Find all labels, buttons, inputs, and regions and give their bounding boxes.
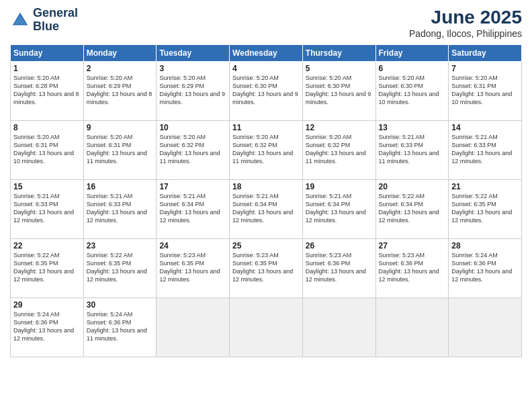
day-number: 24 xyxy=(159,241,226,250)
day-number: 29 xyxy=(13,300,81,310)
day-info: Sunrise: 5:21 AM Sunset: 6:34 PM Dayligh… xyxy=(306,192,373,225)
day-info: Sunrise: 5:22 AM Sunset: 6:35 PM Dayligh… xyxy=(13,251,81,284)
day-number: 7 xyxy=(451,64,519,73)
calendar-cell: 14 Sunrise: 5:21 AM Sunset: 6:33 PM Dayl… xyxy=(449,121,522,180)
day-number: 30 xyxy=(87,300,154,310)
day-info: Sunrise: 5:23 AM Sunset: 6:35 PM Dayligh… xyxy=(232,251,300,284)
day-info: Sunrise: 5:21 AM Sunset: 6:33 PM Dayligh… xyxy=(379,133,446,166)
day-number: 14 xyxy=(451,123,519,132)
day-of-week-row: SundayMondayTuesdayWednesdayThursdayFrid… xyxy=(11,45,522,62)
calendar-cell: 10 Sunrise: 5:20 AM Sunset: 6:32 PM Dayl… xyxy=(157,121,230,180)
calendar-cell: 23 Sunrise: 5:22 AM Sunset: 6:35 PM Dayl… xyxy=(83,239,157,298)
calendar-cell: 1 Sunrise: 5:20 AM Sunset: 6:28 PM Dayli… xyxy=(11,62,84,121)
day-number: 13 xyxy=(379,123,446,132)
dow-header: Wednesday xyxy=(230,45,303,62)
calendar-cell: 26 Sunrise: 5:23 AM Sunset: 6:36 PM Dayl… xyxy=(302,239,375,298)
calendar-cell: 4 Sunrise: 5:20 AM Sunset: 6:30 PM Dayli… xyxy=(230,62,303,121)
calendar-cell: 6 Sunrise: 5:20 AM Sunset: 6:30 PM Dayli… xyxy=(375,62,449,121)
calendar-cell: 7 Sunrise: 5:20 AM Sunset: 6:31 PM Dayli… xyxy=(449,62,522,121)
calendar-row: 29 Sunrise: 5:24 AM Sunset: 6:36 PM Dayl… xyxy=(11,298,522,357)
calendar-cell: 28 Sunrise: 5:24 AM Sunset: 6:36 PM Dayl… xyxy=(449,239,522,298)
day-info: Sunrise: 5:20 AM Sunset: 6:29 PM Dayligh… xyxy=(87,74,154,107)
calendar-cell: 5 Sunrise: 5:20 AM Sunset: 6:30 PM Dayli… xyxy=(302,62,375,121)
calendar-row: 22 Sunrise: 5:22 AM Sunset: 6:35 PM Dayl… xyxy=(11,239,522,298)
calendar-row: 8 Sunrise: 5:20 AM Sunset: 6:31 PM Dayli… xyxy=(11,121,522,180)
calendar-cell xyxy=(449,298,522,357)
day-info: Sunrise: 5:21 AM Sunset: 6:34 PM Dayligh… xyxy=(159,192,226,225)
day-number: 16 xyxy=(87,182,154,191)
day-number: 17 xyxy=(159,182,226,191)
day-info: Sunrise: 5:20 AM Sunset: 6:30 PM Dayligh… xyxy=(379,74,446,107)
dow-header: Sunday xyxy=(11,45,84,62)
day-number: 21 xyxy=(451,182,519,191)
day-number: 27 xyxy=(379,241,446,250)
day-number: 5 xyxy=(306,64,373,73)
subtitle: Padong, Ilocos, Philippines xyxy=(409,28,522,39)
dow-header: Friday xyxy=(375,45,449,62)
day-info: Sunrise: 5:20 AM Sunset: 6:28 PM Dayligh… xyxy=(13,74,81,107)
calendar-cell: 21 Sunrise: 5:22 AM Sunset: 6:35 PM Dayl… xyxy=(449,180,522,239)
day-number: 12 xyxy=(306,123,373,132)
day-info: Sunrise: 5:20 AM Sunset: 6:32 PM Dayligh… xyxy=(232,133,300,166)
calendar-cell: 8 Sunrise: 5:20 AM Sunset: 6:31 PM Dayli… xyxy=(11,121,84,180)
calendar-cell: 2 Sunrise: 5:20 AM Sunset: 6:29 PM Dayli… xyxy=(83,62,157,121)
dow-header: Thursday xyxy=(302,45,375,62)
day-number: 15 xyxy=(13,182,81,191)
calendar-cell: 19 Sunrise: 5:21 AM Sunset: 6:34 PM Dayl… xyxy=(302,180,375,239)
day-info: Sunrise: 5:20 AM Sunset: 6:31 PM Dayligh… xyxy=(87,133,154,166)
calendar-row: 1 Sunrise: 5:20 AM Sunset: 6:28 PM Dayli… xyxy=(11,62,522,121)
calendar-cell: 29 Sunrise: 5:24 AM Sunset: 6:36 PM Dayl… xyxy=(11,298,84,357)
main-title: June 2025 xyxy=(409,7,522,28)
calendar-cell: 18 Sunrise: 5:21 AM Sunset: 6:34 PM Dayl… xyxy=(230,180,303,239)
calendar-cell: 27 Sunrise: 5:23 AM Sunset: 6:36 PM Dayl… xyxy=(375,239,449,298)
calendar-cell xyxy=(302,298,375,357)
day-info: Sunrise: 5:22 AM Sunset: 6:35 PM Dayligh… xyxy=(87,251,154,284)
day-info: Sunrise: 5:24 AM Sunset: 6:36 PM Dayligh… xyxy=(87,310,154,343)
day-info: Sunrise: 5:21 AM Sunset: 6:33 PM Dayligh… xyxy=(13,192,81,225)
logo-icon xyxy=(10,10,30,30)
calendar-cell: 25 Sunrise: 5:23 AM Sunset: 6:35 PM Dayl… xyxy=(230,239,303,298)
day-number: 2 xyxy=(87,64,154,73)
day-info: Sunrise: 5:20 AM Sunset: 6:32 PM Dayligh… xyxy=(159,133,226,166)
day-number: 9 xyxy=(87,123,154,132)
dow-header: Saturday xyxy=(449,45,522,62)
day-info: Sunrise: 5:21 AM Sunset: 6:33 PM Dayligh… xyxy=(451,133,519,166)
calendar-body: 1 Sunrise: 5:20 AM Sunset: 6:28 PM Dayli… xyxy=(11,62,522,357)
day-number: 26 xyxy=(306,241,373,250)
day-number: 18 xyxy=(232,182,300,191)
day-info: Sunrise: 5:22 AM Sunset: 6:35 PM Dayligh… xyxy=(451,192,519,225)
day-info: Sunrise: 5:20 AM Sunset: 6:30 PM Dayligh… xyxy=(306,74,373,107)
day-info: Sunrise: 5:20 AM Sunset: 6:31 PM Dayligh… xyxy=(13,133,81,166)
calendar-cell: 3 Sunrise: 5:20 AM Sunset: 6:29 PM Dayli… xyxy=(157,62,230,121)
day-info: Sunrise: 5:21 AM Sunset: 6:33 PM Dayligh… xyxy=(87,192,154,225)
calendar-cell: 16 Sunrise: 5:21 AM Sunset: 6:33 PM Dayl… xyxy=(83,180,157,239)
calendar-cell xyxy=(375,298,449,357)
day-number: 23 xyxy=(87,241,154,250)
dow-header: Monday xyxy=(83,45,157,62)
day-number: 10 xyxy=(159,123,226,132)
header: General Blue June 2025 Padong, Ilocos, P… xyxy=(10,7,522,39)
calendar-cell: 30 Sunrise: 5:24 AM Sunset: 6:36 PM Dayl… xyxy=(83,298,157,357)
day-info: Sunrise: 5:24 AM Sunset: 6:36 PM Dayligh… xyxy=(13,310,81,343)
day-info: Sunrise: 5:20 AM Sunset: 6:32 PM Dayligh… xyxy=(306,133,373,166)
logo-text: General Blue xyxy=(33,7,78,34)
day-info: Sunrise: 5:20 AM Sunset: 6:30 PM Dayligh… xyxy=(232,74,300,107)
day-info: Sunrise: 5:23 AM Sunset: 6:36 PM Dayligh… xyxy=(379,251,446,284)
title-block: June 2025 Padong, Ilocos, Philippines xyxy=(409,7,522,39)
day-number: 25 xyxy=(232,241,300,250)
page: General Blue June 2025 Padong, Ilocos, P… xyxy=(0,0,532,411)
day-info: Sunrise: 5:22 AM Sunset: 6:34 PM Dayligh… xyxy=(379,192,446,225)
logo: General Blue xyxy=(10,7,78,34)
day-info: Sunrise: 5:24 AM Sunset: 6:36 PM Dayligh… xyxy=(451,251,519,284)
day-info: Sunrise: 5:23 AM Sunset: 6:35 PM Dayligh… xyxy=(159,251,226,284)
calendar-cell: 22 Sunrise: 5:22 AM Sunset: 6:35 PM Dayl… xyxy=(11,239,84,298)
day-info: Sunrise: 5:21 AM Sunset: 6:34 PM Dayligh… xyxy=(232,192,300,225)
day-number: 22 xyxy=(13,241,81,250)
dow-header: Tuesday xyxy=(157,45,230,62)
calendar-cell: 20 Sunrise: 5:22 AM Sunset: 6:34 PM Dayl… xyxy=(375,180,449,239)
day-number: 28 xyxy=(451,241,519,250)
calendar-cell: 24 Sunrise: 5:23 AM Sunset: 6:35 PM Dayl… xyxy=(157,239,230,298)
day-number: 3 xyxy=(159,64,226,73)
day-info: Sunrise: 5:20 AM Sunset: 6:31 PM Dayligh… xyxy=(451,74,519,107)
calendar: SundayMondayTuesdayWednesdayThursdayFrid… xyxy=(10,44,522,357)
